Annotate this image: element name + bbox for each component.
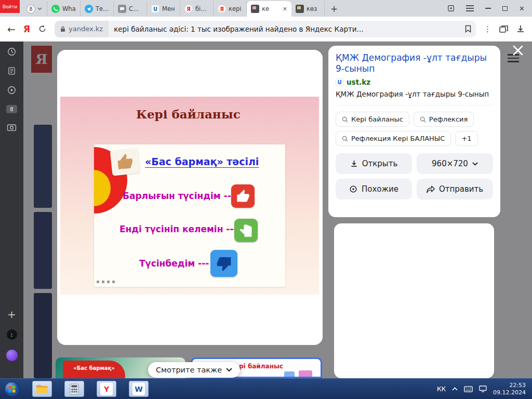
- tab-whatsapp[interactable]: Wha: [47, 1, 81, 17]
- image-info-panel: ҚМЖ Демография -ұлт тағдыры 9-сынып U us…: [328, 46, 500, 217]
- share-arrow-icon: [427, 185, 435, 193]
- history-icon[interactable]: [7, 47, 17, 57]
- system-tray: КК 22:53 09.12.2024: [437, 382, 528, 396]
- chip-more[interactable]: +1: [455, 131, 477, 146]
- close-window-button[interactable]: ✕: [519, 5, 525, 12]
- site-favicon: U: [336, 78, 343, 86]
- taskbar-calculator-button[interactable]: [64, 381, 84, 397]
- window-controls: ✕: [440, 0, 532, 17]
- language-indicator[interactable]: КК: [437, 385, 446, 393]
- result-description: ҚМЖ Демография -ұлт тағдыры 9-сынып: [336, 90, 493, 98]
- video-icon[interactable]: [7, 85, 17, 95]
- side-ad-card: [334, 223, 494, 378]
- search-icon: [342, 136, 348, 142]
- new-tab-button[interactable]: +: [325, 1, 343, 17]
- tab-strip: 8 Wha Теле Chat U Мен Я білім: [0, 0, 532, 17]
- browser-window: Войти 8 Wha Теле Chat U Мен: [0, 0, 532, 399]
- minimize-button[interactable]: [485, 8, 491, 9]
- taskbar-yandex-button[interactable]: Y: [97, 381, 116, 397]
- ust-icon: U: [151, 5, 159, 13]
- tab-group-chip[interactable]: 8: [22, 1, 47, 17]
- related-query-chips: Кері байланыс Рефлексия Рефлекция Кері Б…: [336, 105, 493, 146]
- address-toolbar: ← Я yandex.kz кері байланыс әдісі: 1 тыс…: [0, 17, 532, 42]
- profile-status-icon[interactable]: :: [7, 329, 17, 340]
- sidebar-add-icon[interactable]: +: [7, 309, 16, 320]
- slide-line-partly: Енді түсініп келемін ---: [119, 224, 237, 234]
- slide-line-not-understood: Түсінбедім ---: [139, 258, 209, 269]
- thumbnail-decoration: [299, 370, 312, 378]
- image-viewer-page: Я Ра Кері байланыс «Бас бармақ» тәсілі Б…: [23, 42, 532, 378]
- lens-icon: [349, 185, 357, 193]
- chip-keri-bailanys[interactable]: Кері байланыс: [336, 112, 409, 127]
- clock[interactable]: 22:53 09.12.2024: [493, 382, 528, 396]
- thumbnail-decoration: [284, 371, 295, 378]
- tabs-count-badge[interactable]: 8: [6, 105, 17, 113]
- yandex-icon: Я: [218, 5, 226, 13]
- keyboard-icon[interactable]: [464, 386, 473, 392]
- tab-chat[interactable]: Chat: [114, 1, 147, 17]
- taskbar-explorer-button[interactable]: [32, 381, 52, 397]
- tab-count-badge: 8: [26, 5, 35, 14]
- telegram-icon: [85, 5, 93, 13]
- thumbnail-slide-shape: «Бас бармақ»: [63, 361, 125, 378]
- tab-active-keri-images[interactable]: ке ✕: [247, 1, 291, 17]
- word-icon: W: [132, 383, 145, 395]
- tab-close-icon[interactable]: ✕: [282, 6, 287, 12]
- search-icon: [342, 116, 348, 123]
- thumbs-up-photo: [110, 148, 141, 176]
- slide-heading: «Бас бармақ» тәсілі: [145, 156, 259, 167]
- thumb-sideways-green-icon: [234, 219, 258, 242]
- chat-icon: [118, 5, 126, 13]
- domain-chip[interactable]: yandex.kz: [55, 21, 109, 37]
- login-button[interactable]: Войти: [0, 0, 20, 13]
- display-icon[interactable]: [479, 385, 487, 392]
- address-menu-icon[interactable]: ⋮: [484, 24, 491, 34]
- calculator-icon: [70, 383, 79, 395]
- chip-refleksiya[interactable]: Рефлексия: [414, 112, 474, 127]
- tab-menu[interactable]: U Мен: [147, 1, 180, 17]
- maximize-button[interactable]: [502, 6, 508, 11]
- menu-icon[interactable]: [466, 5, 474, 11]
- chip-reflekciya-keri[interactable]: Рефлекция Кері БАЛАНЫС: [336, 131, 451, 146]
- extension-icon[interactable]: [447, 5, 455, 12]
- windows-taskbar: Y W КК 22:53 09.12.2024: [0, 378, 532, 399]
- chevron-down-icon: [472, 162, 478, 166]
- address-bar[interactable]: yandex.kz кері байланыс әдісі: 1 тыс изо…: [55, 21, 476, 37]
- yandex-home-icon[interactable]: Я: [23, 24, 30, 34]
- bookmarks-panel-icon[interactable]: [7, 66, 16, 75]
- downloads-icon[interactable]: [516, 25, 525, 33]
- see-also-button[interactable]: Смотрите также: [148, 362, 240, 378]
- similar-button[interactable]: Похожие: [336, 179, 412, 200]
- bookmark-icon[interactable]: [465, 25, 471, 33]
- folder-icon: [36, 384, 48, 394]
- alice-assistant-icon[interactable]: [6, 350, 18, 361]
- start-button[interactable]: [4, 381, 20, 397]
- tab-keri[interactable]: Я кері: [214, 1, 247, 17]
- tray-expand-icon[interactable]: [452, 387, 458, 391]
- thumb-down-blue-icon: [210, 250, 237, 277]
- time: 22:53: [493, 382, 526, 389]
- back-button[interactable]: ←: [7, 23, 16, 35]
- slide-title: Кері байланыс: [136, 107, 241, 121]
- lock-icon: [60, 26, 65, 32]
- slide-image[interactable]: Кері байланыс «Бас бармақ» тәсілі Барлығ…: [60, 97, 319, 295]
- tabs-panel-icon[interactable]: [499, 25, 509, 33]
- tabs-container: 8 Wha Теле Chat U Мен Я білім: [22, 0, 343, 17]
- resolution-dropdown[interactable]: 960×720: [417, 153, 493, 174]
- yandex-browser-icon: Y: [100, 383, 113, 395]
- tab-koz[interactable]: көз: [291, 1, 325, 17]
- send-button[interactable]: Отправить: [417, 179, 493, 200]
- source-site-row[interactable]: U ust.kz: [336, 78, 493, 86]
- search-icon: [420, 116, 426, 123]
- screenshot-icon[interactable]: [7, 123, 17, 131]
- tab-telegram[interactable]: Теле: [81, 1, 114, 17]
- taskbar-word-button[interactable]: W: [129, 381, 149, 397]
- page-title: кері байланыс әдісі: 1 тыс изображений н…: [109, 25, 465, 33]
- yandex-icon: Я: [184, 5, 193, 13]
- image-card: Кері байланыс «Бас бармақ» тәсілі Барлығ…: [57, 50, 323, 345]
- refresh-icon[interactable]: [38, 24, 47, 33]
- tab-bilim[interactable]: Я білім: [180, 1, 214, 17]
- open-button[interactable]: Открыть: [336, 153, 412, 174]
- result-title-link[interactable]: ҚМЖ Демография -ұлт тағдыры 9-сынып: [336, 52, 487, 74]
- close-viewer-button[interactable]: [511, 44, 525, 57]
